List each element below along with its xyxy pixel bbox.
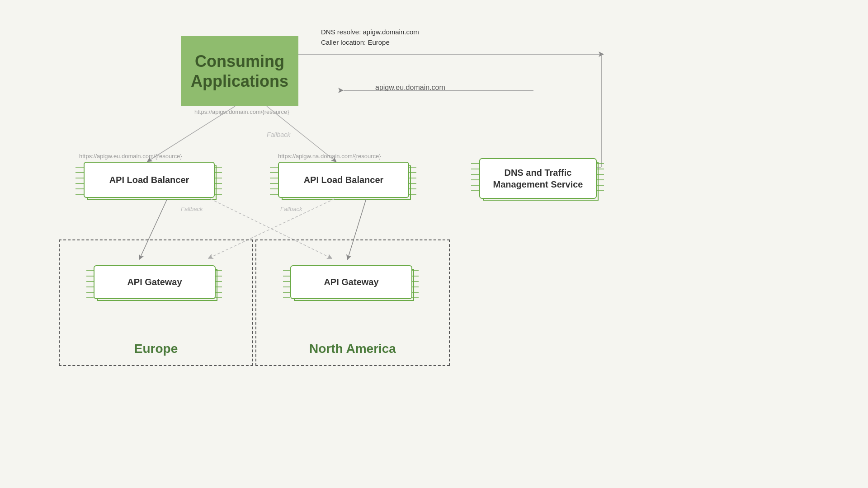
na-lb-url-label: https://apigw.na.domain.com/{resource}: [278, 153, 381, 160]
na-load-balancer-box: API Load Balancer: [278, 162, 409, 198]
eu-lb-fallback-label: Fallback: [181, 206, 203, 212]
dns-management-box: DNS and Traffic Management Service: [479, 158, 597, 199]
eu-api-gateway-label: API Gateway: [127, 277, 182, 287]
na-load-balancer-label: API Load Balancer: [304, 175, 384, 185]
na-lb-fallback-label: Fallback: [280, 206, 302, 212]
na-api-gateway-box: API Gateway: [290, 265, 412, 299]
europe-region-box: API Gateway Europe: [59, 239, 253, 366]
europe-region-label: Europe: [60, 342, 252, 356]
eu-load-balancer-box: API Load Balancer: [84, 162, 215, 198]
na-region-label: North America: [256, 342, 449, 356]
dns-info-text: DNS resolve: apigw.domain.com Caller loc…: [321, 27, 419, 47]
eu-load-balancer-label: API Load Balancer: [109, 175, 189, 185]
dns-management-label: DNS and Traffic Management Service: [493, 167, 583, 190]
eu-api-gateway-box: API Gateway: [94, 265, 216, 299]
consuming-applications-label: Consuming Applications: [191, 52, 288, 90]
na-region-box: API Gateway North America: [255, 239, 450, 366]
diagram-container: Consuming Applications DNS resolve: apig…: [0, 0, 868, 488]
na-api-gateway-label: API Gateway: [324, 277, 378, 287]
eu-lb-url-label: https://apigw.eu.domain.com/{resource}: [79, 153, 182, 160]
consuming-applications-box: Consuming Applications: [181, 36, 298, 106]
fallback-center-label: Fallback: [267, 131, 290, 138]
top-url-label: https://apigw.domain.com/{resource}: [194, 108, 289, 115]
dns-response-label: apigw.eu.domain.com: [375, 84, 445, 92]
